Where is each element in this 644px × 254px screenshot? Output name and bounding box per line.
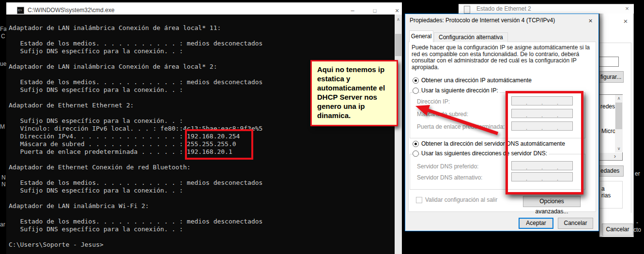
scrollbar-thumb[interactable]: [395, 34, 401, 56]
dialog-drop-shadow: [599, 14, 604, 237]
close-icon[interactable]: ×: [583, 14, 598, 28]
empty-fields-highlight-box: [506, 91, 583, 194]
accept-button[interactable]: Aceptar: [519, 218, 553, 229]
scroll-right-icon[interactable]: ›: [611, 152, 619, 160]
validate-settings-checkbox[interactable]: [416, 197, 422, 203]
radio-use-following-dns[interactable]: [413, 150, 419, 157]
background-text-fragment: N: [1, 174, 6, 181]
tab-alternative-configuration[interactable]: Configuración alternativa: [434, 32, 508, 42]
advanced-options-button[interactable]: Opciones avanzadas...: [523, 196, 581, 207]
desktop-text-fragment: er: [635, 170, 640, 177]
background-text-fragment: Fa: [0, 26, 7, 32]
scroll-up-icon[interactable]: ∧: [615, 95, 623, 102]
background-text-fragment: N: [1, 181, 6, 188]
background-cancel-button[interactable]: Cancelar: [602, 224, 633, 236]
radio-use-following-ip[interactable]: [413, 88, 419, 94]
cmd-window-title: C:\WINDOWS\system32\cmd.exe: [28, 7, 114, 14]
desktop-text-fragment: -: [636, 219, 638, 226]
ethernet-status-title: Estado de Ethernet 2: [476, 5, 531, 12]
radio-obtain-ip-automatically[interactable]: [413, 77, 419, 84]
cmd-icon: C:\: [17, 7, 24, 14]
close-icon[interactable]: ×: [623, 4, 631, 13]
ip-values-highlight-box: [185, 129, 253, 160]
dialog-intro-text: Puede hacer que la configuración IP se a…: [412, 45, 594, 71]
background-text-fragment: ue: [0, 60, 6, 67]
close-icon[interactable]: ×: [621, 16, 630, 26]
ethernet-status-icon: [464, 6, 470, 14]
annotation-note: Aqui no tenemos ip estatica y automatica…: [310, 60, 398, 126]
scroll-up-icon[interactable]: ∧: [395, 16, 402, 23]
background-text-fragment: M: [0, 123, 5, 130]
radio-use-ip-label: Usar la siguiente dirección IP:: [421, 87, 500, 94]
scroll-down-icon[interactable]: ∨: [615, 146, 623, 152]
cancel-button[interactable]: Cancelar: [558, 218, 593, 229]
radio-obtain-dns-automatically[interactable]: [413, 141, 419, 147]
annotation-note-text: Aqui no tenemos ip estatica y automatica…: [317, 65, 390, 120]
dialog-title: Propiedades: Protocolo de Internet versi…: [410, 17, 555, 24]
radio-obtain-ip-label: Obtener una dirección IP automáticamente: [421, 77, 533, 84]
scrollbar-thumb[interactable]: [615, 103, 622, 129]
validate-settings-label: Validar configuración al salir: [425, 196, 497, 203]
background-text-fragment: ar: [0, 221, 5, 228]
desktop-text-fragment: cto: [633, 226, 641, 233]
tab-general[interactable]: General: [409, 30, 433, 42]
desktop: Fa C ue M N N ar C:\ C:\WINDOWS\system32…: [0, 0, 644, 254]
divider: [631, 43, 631, 213]
background-text-fragment: C: [1, 33, 5, 40]
cmd-titlebar[interactable]: C:\ C:\WINDOWS\system32\cmd.exe – □ ×: [6, 2, 402, 15]
